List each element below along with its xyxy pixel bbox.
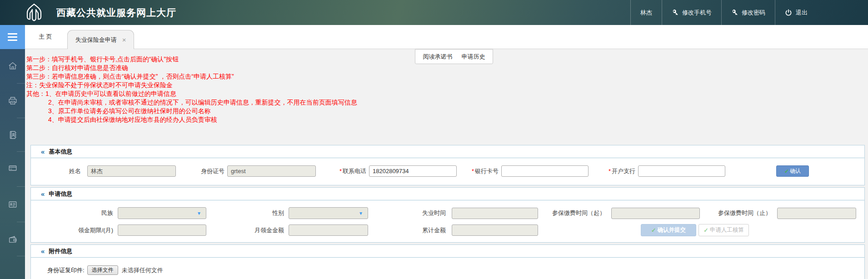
section-title-apply-info: 申请信息 — [49, 190, 72, 198]
section-title-attachment-info: 附件信息 — [49, 247, 72, 255]
id-card-icon[interactable] — [8, 199, 18, 209]
home-icon[interactable] — [8, 61, 18, 71]
total-amount-label: 累计金额 — [389, 226, 446, 234]
phone-field[interactable] — [369, 165, 457, 177]
confirm-submit-button[interactable]: ✓ 确认并提交 — [641, 224, 696, 236]
instruction-line: 注：失业保险不处于停保状态时不可申请失业保险金 — [26, 81, 868, 90]
toolbar-buttons: 阅读承诺书 申请历史 — [415, 49, 493, 64]
key-icon — [731, 9, 738, 16]
bank-card-icon[interactable] — [8, 163, 18, 173]
change-password-button[interactable]: 修改密码 — [721, 0, 775, 25]
key-icon — [672, 9, 678, 16]
menu-icon[interactable] — [0, 25, 25, 49]
nation-select[interactable]: ▼ — [118, 207, 206, 219]
caret-down-icon: ▼ — [359, 211, 363, 216]
logout-button[interactable]: 退出 — [775, 0, 817, 25]
basic-info-panel: « 基本信息 姓名 身份证号 *联系电话 *银行卡号 *开户支行 ✓ — [30, 145, 865, 185]
close-icon[interactable]: × — [122, 36, 126, 44]
app-header: 西藏公共就业服务网上大厅 林杰 修改手机号 修改密码 退出 — [0, 0, 868, 25]
required-mark: * — [339, 168, 342, 174]
insured-end-field — [777, 208, 856, 219]
attachment-info-panel: « 附件信息 身份证复印件: 选择文件 未选择任何文件 — [30, 244, 865, 279]
page-title: 西藏公共就业服务网上大厅 — [56, 6, 176, 19]
gender-select[interactable]: ▼ — [289, 207, 368, 219]
instruction-line: 第二步：自行核对申请信息是否准确 — [26, 64, 868, 72]
collapse-icon[interactable]: « — [41, 148, 45, 155]
name-field — [87, 165, 176, 177]
collapse-icon[interactable]: « — [41, 247, 45, 255]
header-user-area: 林杰 修改手机号 修改密码 退出 — [630, 0, 868, 25]
name-label: 姓名 — [31, 167, 81, 175]
total-amount-field — [452, 224, 538, 236]
bank-branch-label: *开户支行 — [602, 167, 635, 175]
id-number-field — [227, 165, 316, 177]
change-phone-button[interactable]: 修改手机号 — [662, 0, 721, 25]
apply-history-button[interactable]: 申请历史 — [462, 53, 485, 61]
insured-end-label: 参保缴费时间（止） — [711, 209, 771, 217]
bank-card-label: *银行卡号 — [465, 167, 499, 175]
monthly-amount-label: 月领金金额 — [250, 226, 284, 234]
apply-info-panel: « 申请信息 民族 ▼ 性别 ▼ 失业时间 参保缴费时间（起） 参保缴费时间（止… — [30, 187, 865, 243]
user-name[interactable]: 林杰 — [630, 0, 662, 25]
page-content: 阅读承诺书 申请历史 第一步：填写手机号、银行卡号,点击后面的“确认”按钮 第二… — [25, 49, 868, 279]
unemployment-time-field — [452, 208, 538, 219]
monthly-amount-field — [289, 224, 368, 236]
printer-icon[interactable] — [8, 96, 18, 106]
unemployment-time-label: 失业时间 — [389, 209, 446, 217]
required-mark: * — [609, 168, 611, 174]
sidebar — [0, 25, 25, 279]
id-number-label: 身份证号 — [196, 167, 224, 175]
id-copy-label: 身份证复印件: — [47, 266, 85, 274]
check-icon: ✓ — [784, 168, 789, 174]
tab-unemployment-application[interactable]: 失业保险金申请 × — [67, 30, 135, 49]
check-icon: ✓ — [703, 227, 708, 234]
instruction-line: 3、原工作单位请务必填写公司在缴纳社保时用的公司名称 — [26, 107, 868, 115]
nation-label: 民族 — [31, 209, 113, 217]
instruction-line: 其他：1、在申请历史中可以查看以前做过的申请信息 — [26, 90, 868, 98]
choose-file-button[interactable]: 选择文件 — [87, 265, 118, 275]
insured-start-field — [611, 208, 700, 219]
contacts-book-icon[interactable] — [8, 130, 18, 140]
confirm-button[interactable]: ✓ 确认 — [776, 165, 809, 177]
period-label: 领金期限/(月) — [31, 226, 113, 234]
instruction-line: 4、申请提交后由社保缴纳地对应地市县的经办人员负责审核 — [26, 115, 868, 124]
no-file-selected-text: 未选择任何文件 — [122, 266, 163, 274]
tab-home[interactable]: 主 页 — [39, 33, 52, 41]
wallet-icon[interactable] — [8, 234, 18, 244]
insured-start-label: 参保缴费时间（起） — [545, 209, 605, 217]
bank-branch-field[interactable] — [638, 165, 725, 177]
collapse-icon[interactable]: « — [41, 190, 45, 198]
section-title-basic-info: 基本信息 — [49, 148, 72, 156]
required-mark: * — [472, 168, 474, 174]
phone-label: *联系电话 — [332, 167, 366, 175]
instruction-line: 2、在申请尚未审核，或者审核不通过的情况下，可以编辑历史申请信息，重新提交，不用… — [26, 98, 868, 107]
period-field — [118, 224, 206, 236]
read-promise-button[interactable]: 阅读承诺书 — [423, 53, 453, 61]
tab-bar: 主 页 失业保险金申请 × — [25, 25, 868, 49]
gender-label: 性别 — [250, 209, 284, 217]
app-logo-icon — [24, 3, 45, 22]
bank-card-field[interactable] — [501, 165, 589, 177]
instruction-line: 第三步：若申请信息准确，则点击“确认并提交” ，否则点击“申请人工核算” — [26, 72, 868, 81]
power-icon — [785, 9, 792, 16]
manual-review-button[interactable]: ✓ 申请人工核算 — [698, 224, 749, 236]
caret-down-icon: ▼ — [197, 211, 201, 216]
check-icon: ✓ — [651, 227, 656, 234]
